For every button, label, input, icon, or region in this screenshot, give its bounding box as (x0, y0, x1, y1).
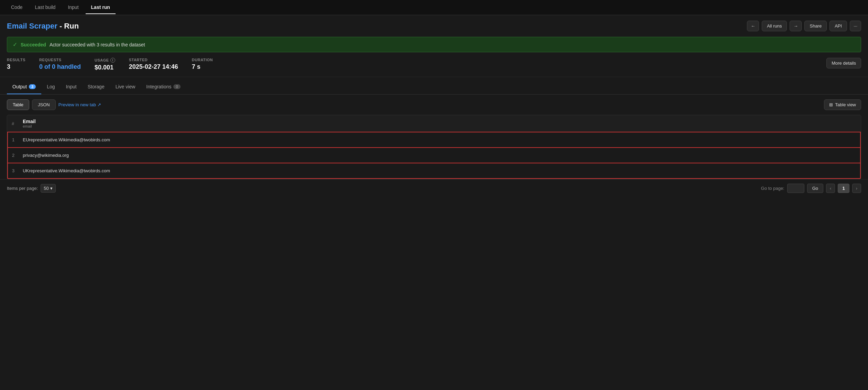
table-view-toggle[interactable]: ⊞ Table view (824, 99, 861, 110)
next-page-button[interactable]: › (852, 184, 861, 193)
col-email-header: Email email (19, 115, 860, 132)
tab-log[interactable]: Log (41, 80, 60, 94)
items-per-page-control: Items per page: 50 ▾ (7, 184, 56, 193)
tab-live-view[interactable]: Live view (110, 80, 141, 94)
go-to-page-input[interactable] (787, 184, 804, 193)
tab-code[interactable]: Code (6, 1, 28, 14)
more-details-button[interactable]: More details (826, 58, 861, 68)
success-status-label: Succeeded (21, 42, 46, 47)
tab-last-run[interactable]: Last run (86, 1, 116, 14)
integrations-badge: 0 (173, 84, 180, 89)
preview-new-tab-link[interactable]: Preview in new tab ↗ (58, 102, 101, 107)
stat-requests-value: 0 of 0 handled (39, 63, 81, 71)
output-badge: 3 (29, 84, 36, 89)
api-button[interactable]: API (829, 21, 847, 31)
data-table-container: # Email email 1EUrepresentative.Wikimedi… (7, 115, 861, 179)
go-to-page-label: Go to page: (761, 186, 784, 191)
output-tabs: Output 3 Log Input Storage Live view Int… (0, 80, 868, 95)
row-number: 2 (8, 148, 19, 163)
stat-started-label: STARTED (129, 58, 178, 62)
table-header-row: # Email email (8, 115, 860, 132)
page-header: Email Scraper - Run ← All runs → Share A… (0, 15, 868, 37)
success-check-icon: ✓ (13, 41, 17, 48)
row-number: 1 (8, 132, 19, 148)
forward-button[interactable]: → (790, 21, 802, 31)
tab-storage[interactable]: Storage (82, 80, 110, 94)
all-runs-button[interactable]: All runs (762, 21, 787, 31)
per-page-select[interactable]: 50 ▾ (41, 184, 55, 193)
table-body: 1EUrepresentative.Wikimedia@twobirds.com… (8, 132, 860, 178)
stat-results-value: 3 (7, 63, 25, 71)
stat-duration: DURATION 7 s (192, 58, 213, 71)
stat-started: STARTED 2025-02-27 14:46 (129, 58, 178, 71)
top-nav: Code Last build Input Last run (0, 0, 868, 15)
success-message: Actor succeeded with 3 results in the da… (50, 42, 145, 47)
stat-results: RESULTS 3 (7, 58, 25, 71)
grid-icon: ⊞ (829, 102, 833, 107)
table-row[interactable]: 1EUrepresentative.Wikimedia@twobirds.com (8, 132, 860, 148)
more-button[interactable]: ··· (850, 21, 861, 31)
view-left-controls: Table JSON Preview in new tab ↗ (7, 99, 101, 110)
tab-last-build[interactable]: Last build (29, 1, 61, 14)
tab-input-output[interactable]: Input (61, 80, 82, 94)
page-title: Email Scraper - Run (7, 22, 79, 31)
row-email: privacy@wikimedia.org (19, 148, 860, 163)
tab-integrations[interactable]: Integrations 0 (141, 80, 186, 94)
title-actor-name: Email Scraper (7, 22, 57, 30)
table-view-button[interactable]: Table (7, 99, 29, 110)
stat-usage-label: USAGE i (95, 58, 115, 63)
tab-output[interactable]: Output 3 (7, 80, 41, 94)
view-controls: Table JSON Preview in new tab ↗ ⊞ Table … (0, 95, 868, 115)
stats-row: RESULTS 3 REQUESTS 0 of 0 handled USAGE … (0, 52, 868, 77)
col-number-header: # (8, 115, 19, 132)
prev-page-button[interactable]: ‹ (826, 184, 835, 193)
share-button[interactable]: Share (804, 21, 827, 31)
back-button[interactable]: ← (747, 21, 759, 31)
go-button[interactable]: Go (807, 184, 823, 193)
stat-duration-label: DURATION (192, 58, 213, 62)
data-table: # Email email 1EUrepresentative.Wikimedi… (7, 115, 861, 179)
header-actions: ← All runs → Share API ··· (747, 21, 861, 31)
stat-requests: REQUESTS 0 of 0 handled (39, 58, 81, 71)
success-banner: ✓ Succeeded Actor succeeded with 3 resul… (7, 37, 861, 52)
tab-input[interactable]: Input (62, 1, 84, 14)
table-row[interactable]: 2privacy@wikimedia.org (8, 148, 860, 163)
more-details-container: More details (826, 58, 861, 68)
chevron-down-icon: ▾ (50, 186, 53, 191)
usage-info-icon[interactable]: i (110, 58, 115, 63)
row-number: 3 (8, 163, 19, 178)
table-row[interactable]: 3UKrepresentative.Wikimedia@twobirds.com (8, 163, 860, 178)
items-per-page-label: Items per page: (7, 186, 38, 191)
current-page: 1 (838, 184, 849, 193)
row-email: EUrepresentative.Wikimedia@twobirds.com (19, 132, 860, 148)
row-email: UKrepresentative.Wikimedia@twobirds.com (19, 163, 860, 178)
stat-usage: USAGE i $0.001 (95, 58, 115, 71)
pagination: Items per page: 50 ▾ Go to page: Go ‹ 1 … (0, 179, 868, 197)
stat-usage-value: $0.001 (95, 64, 115, 71)
title-run-suffix: - Run (59, 22, 79, 30)
json-view-button[interactable]: JSON (32, 99, 56, 110)
external-link-icon: ↗ (97, 102, 101, 107)
page-controls: Go to page: Go ‹ 1 › (761, 184, 861, 193)
stat-started-value: 2025-02-27 14:46 (129, 63, 178, 71)
stat-results-label: RESULTS (7, 58, 25, 62)
stat-duration-value: 7 s (192, 63, 213, 71)
stat-requests-label: REQUESTS (39, 58, 81, 62)
